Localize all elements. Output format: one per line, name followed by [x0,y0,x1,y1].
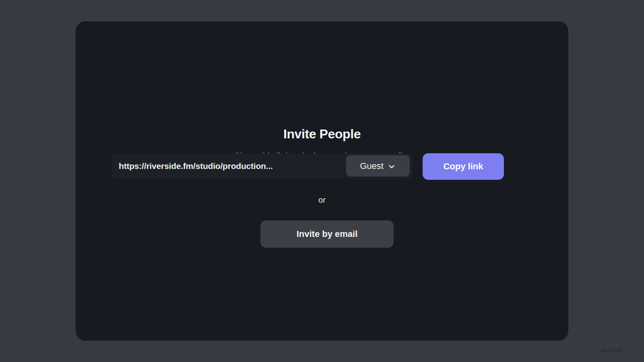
chevron-down-icon [387,162,396,171]
dialog-title: Invite People [76,127,568,142]
invite-people-dialog: Invite People Share this link to invite … [76,21,568,341]
role-dropdown[interactable]: Guest [346,155,410,177]
divider-line-left [111,200,309,200]
role-dropdown-label: Guest [360,161,384,171]
watermark: wtvid.com [601,348,623,353]
divider-label: or [309,195,335,205]
copy-link-button[interactable]: Copy link [423,153,504,180]
or-divider: or [111,192,533,208]
divider-line-right [335,200,533,200]
invite-by-email-button[interactable]: Invite by email [260,220,394,248]
invite-link-text: https://riverside.fm/studio/production..… [119,161,273,171]
